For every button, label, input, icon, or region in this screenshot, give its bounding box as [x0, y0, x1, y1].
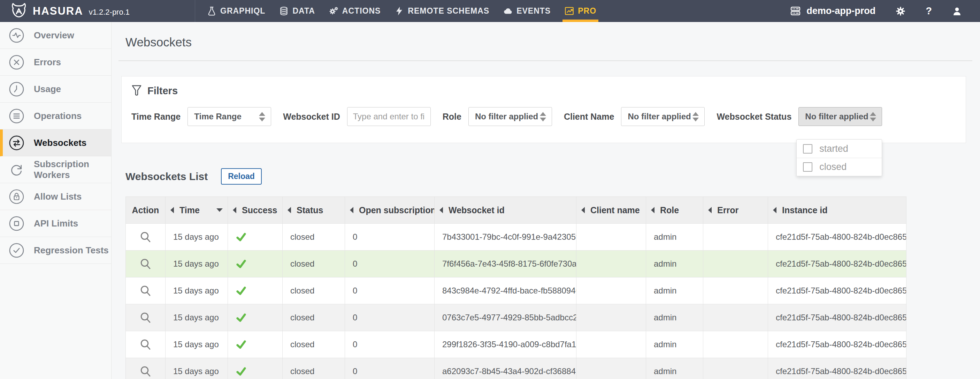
cell-action	[126, 277, 165, 304]
dropdown-option-started[interactable]: started	[797, 139, 882, 158]
checkbox-started[interactable]	[803, 144, 812, 154]
sidebar-item-regression-tests[interactable]: Regression Tests	[0, 237, 111, 264]
sidebar-item-subscription-workers[interactable]: Subscription Workers	[0, 156, 111, 183]
cell-client-name	[576, 277, 646, 304]
cell-action	[126, 331, 165, 358]
column-header-role[interactable]: Role	[646, 197, 703, 224]
settings-button[interactable]	[896, 6, 905, 16]
cell-status: closed	[283, 251, 345, 277]
select-value: Time Range	[194, 112, 242, 122]
help-button[interactable]: ?	[926, 5, 932, 17]
account-button[interactable]	[952, 6, 962, 16]
server-icon	[790, 5, 801, 17]
column-header-time[interactable]: Time	[165, 197, 228, 224]
cell-time: 15 days ago	[165, 224, 228, 251]
select-value: No filter applied	[475, 112, 538, 122]
sidebar-item-errors[interactable]: Errors	[0, 49, 111, 76]
sidebar-item-api-limits[interactable]: API Limits	[0, 210, 111, 237]
expand-column-icon[interactable]	[651, 207, 654, 213]
sidebar-item-label: Operations	[34, 110, 81, 122]
cell-websocket-id: 0763c7e5-4977-4929-85bb-5adbcc25fbec	[434, 304, 576, 331]
filter-label: Role	[442, 112, 461, 122]
client-name-select[interactable]: No filter applied	[621, 107, 705, 126]
cell-open-subscriptions: 0	[345, 331, 434, 358]
expand-column-icon[interactable]	[708, 207, 712, 213]
nav-item-graphiql[interactable]: GRAPHIQL	[200, 0, 272, 22]
cell-websocket-id: 299f1826-3f35-4190-a009-c8bd7fa11fea	[434, 331, 576, 358]
cell-instance-id: cfe21d5f-75ab-4800-824b-d0ec865c0b89	[768, 358, 907, 379]
inspect-row-icon[interactable]	[139, 338, 152, 351]
sidebar-item-websockets[interactable]: Websockets	[0, 130, 111, 156]
time-range-select[interactable]: Time Range	[188, 107, 271, 126]
inspect-row-icon[interactable]	[139, 311, 152, 324]
sidebar-item-allow-lists[interactable]: Allow Lists	[0, 183, 111, 210]
option-label: started	[819, 144, 848, 154]
nav-item-label: REMOTE SCHEMAS	[408, 6, 489, 16]
inspect-row-icon[interactable]	[139, 257, 152, 270]
column-header-open-subscriptions[interactable]: Open subscriptions	[345, 197, 434, 224]
nav-item-label: GRAPHIQL	[220, 6, 265, 16]
title-divider	[118, 61, 972, 61]
column-header-status[interactable]: Status	[283, 197, 345, 224]
success-check-icon	[235, 312, 247, 323]
expand-column-icon[interactable]	[350, 207, 353, 213]
nav-item-remote-schemas[interactable]: REMOTE SCHEMAS	[388, 0, 496, 22]
role-select[interactable]: No filter applied	[468, 107, 552, 126]
cell-client-name	[576, 251, 646, 277]
nav-item-pro[interactable]: PRO	[558, 0, 603, 22]
inspect-row-icon[interactable]	[139, 285, 152, 297]
list-circle-icon	[8, 108, 25, 124]
expand-column-icon[interactable]	[581, 207, 585, 213]
sidebar-item-label: Errors	[34, 57, 61, 68]
cell-error	[703, 224, 768, 251]
nav-item-events[interactable]: EVENTS	[496, 0, 558, 22]
nav-item-actions[interactable]: ACTIONS	[322, 0, 388, 22]
checkbox-closed[interactable]	[803, 162, 812, 172]
column-header-success[interactable]: Success	[228, 197, 283, 224]
sidebar-item-label: Websockets	[34, 138, 86, 148]
cell-client-name	[576, 358, 646, 379]
inspect-row-icon[interactable]	[139, 365, 152, 377]
sidebar-item-overview[interactable]: Overview	[0, 22, 111, 49]
filter-row: Time Range Time Range Websocket ID Role …	[131, 107, 956, 126]
cell-status: closed	[283, 304, 345, 331]
websocket-status-select[interactable]: No filter applied	[799, 107, 882, 126]
project-selector[interactable]: demo-app-prod	[790, 5, 875, 17]
expand-column-icon[interactable]	[170, 207, 174, 213]
sidebar-item-label: Allow Lists	[34, 191, 81, 202]
column-header-error[interactable]: Error	[703, 197, 768, 224]
websocket-id-input[interactable]	[347, 107, 431, 126]
filters-header: Filters	[131, 85, 956, 97]
cell-instance-id: cfe21d5f-75ab-4800-824b-d0ec865c0b89	[768, 224, 907, 251]
cell-status: closed	[283, 331, 345, 358]
square-circle-icon	[8, 215, 25, 232]
sort-desc-icon[interactable]	[216, 208, 223, 212]
expand-column-icon[interactable]	[773, 207, 776, 213]
option-label: closed	[819, 162, 846, 173]
cell-status: closed	[283, 277, 345, 304]
cell-time: 15 days ago	[165, 277, 228, 304]
filter-label: Websocket Status	[716, 112, 791, 122]
nav-item-data[interactable]: DATA	[272, 0, 322, 22]
reload-button[interactable]: Reload	[221, 168, 262, 185]
expand-column-icon[interactable]	[439, 207, 443, 213]
column-header-instance-id[interactable]: Instance id	[768, 197, 907, 224]
inspect-row-icon[interactable]	[139, 231, 152, 243]
expand-column-icon[interactable]	[233, 207, 236, 213]
column-header-websocket-id[interactable]: Websocket id	[434, 197, 576, 224]
success-check-icon	[235, 258, 247, 269]
sidebar-item-usage[interactable]: Usage	[0, 76, 111, 102]
cell-role: admin	[646, 358, 703, 379]
cell-success	[228, 277, 283, 304]
websocket-status-dropdown: started closed	[796, 139, 882, 176]
nav-item-label: EVENTS	[517, 6, 550, 16]
column-header-client-name[interactable]: Client name	[576, 197, 646, 224]
dropdown-option-closed[interactable]: closed	[797, 158, 882, 176]
cell-role: admin	[646, 251, 703, 277]
cell-instance-id: cfe21d5f-75ab-4800-824b-d0ec865c0b89	[768, 331, 907, 358]
cell-websocket-id: 7b433001-79bc-4c0f-991e-9a42305f9e61	[434, 224, 576, 251]
brand[interactable]: HASURA v1.2.2-pro.1	[0, 0, 195, 22]
sidebar-item-operations[interactable]: Operations	[0, 102, 111, 130]
expand-column-icon[interactable]	[288, 207, 291, 213]
success-check-icon	[235, 231, 247, 243]
